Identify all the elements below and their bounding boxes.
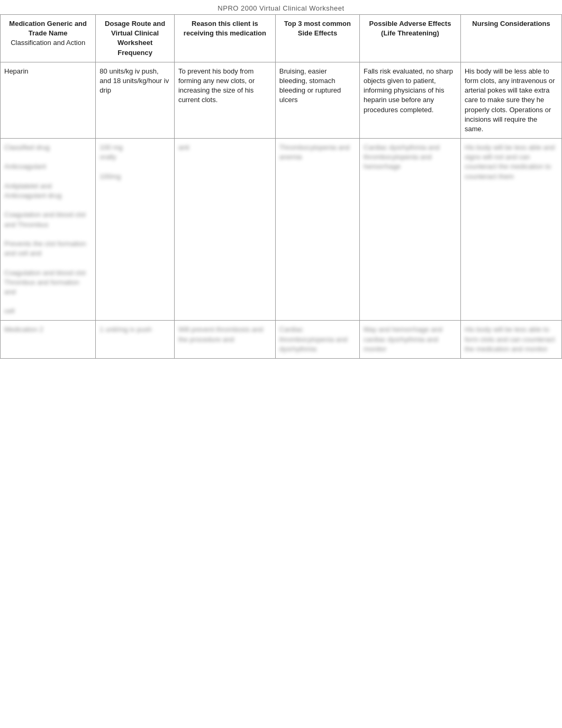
table-row: Classified drug Anticoagulant Antiplatel… [1, 139, 562, 321]
header-col1-text: Medication Generic and Trade Name [9, 20, 87, 37]
table-row: Medication 21 unit/mg iv pushWill preven… [1, 321, 562, 359]
row-2-col4: Cardiac thrombocytopenia and dysrhythmia [275, 321, 359, 359]
row-0-col1: Heparin [1, 62, 96, 138]
medication-table: Medication Generic and Trade Name Classi… [0, 14, 562, 359]
page-wrapper: NPRO 2000 Virtual Clinical Worksheet Med… [0, 0, 562, 359]
row-0-col2: 80 units/kg iv push, and 18 units/kg/hou… [96, 62, 175, 138]
header-col6: Nursing Considerations [460, 15, 561, 62]
row-0-col4: Bruising, easier bleeding, stomach bleed… [275, 62, 359, 138]
header-col2: Dosage Route and Virtual Clinical Worksh… [96, 15, 175, 62]
row-2-col1: Medication 2 [1, 321, 96, 359]
header-col1-sub: Classification and Action [11, 39, 85, 47]
row-0-col3: To prevent his body from forming any new… [174, 62, 275, 138]
row-2-col5: May and hemorrhage and cardiac dysrhythm… [360, 321, 461, 359]
row-1-col2: 100 mg orally 100mg [96, 139, 175, 321]
header-col3: Reason this client is receiving this med… [174, 15, 275, 62]
row-0-col6: His body will be less able to form clots… [460, 62, 561, 138]
row-0-col5: Falls risk evaluated, no sharp objects g… [360, 62, 461, 138]
header-col1: Medication Generic and Trade Name Classi… [1, 15, 96, 62]
header-col5: Possible Adverse Effects (Life Threateni… [360, 15, 461, 62]
row-1-col5: Cardiac dysrhythmia and thrombocytopenia… [360, 139, 461, 321]
row-1-col6: His body will be less able and signs wil… [460, 139, 561, 321]
table-header-row: Medication Generic and Trade Name Classi… [1, 15, 562, 62]
row-2-col3: Will prevent thrombosis and the procedur… [174, 321, 275, 359]
row-1-col3: anti [174, 139, 275, 321]
page-title: NPRO 2000 Virtual Clinical Worksheet [0, 0, 562, 14]
row-1-col4: Thrombocytopenia and anemia [275, 139, 359, 321]
table-row: Heparin80 units/kg iv push, and 18 units… [1, 62, 562, 138]
row-1-col1: Classified drug Anticoagulant Antiplatel… [1, 139, 96, 321]
header-col4: Top 3 most common Side Effects [275, 15, 359, 62]
row-2-col2: 1 unit/mg iv push [96, 321, 175, 359]
row-2-col6: His body will be less able to form clots… [460, 321, 561, 359]
